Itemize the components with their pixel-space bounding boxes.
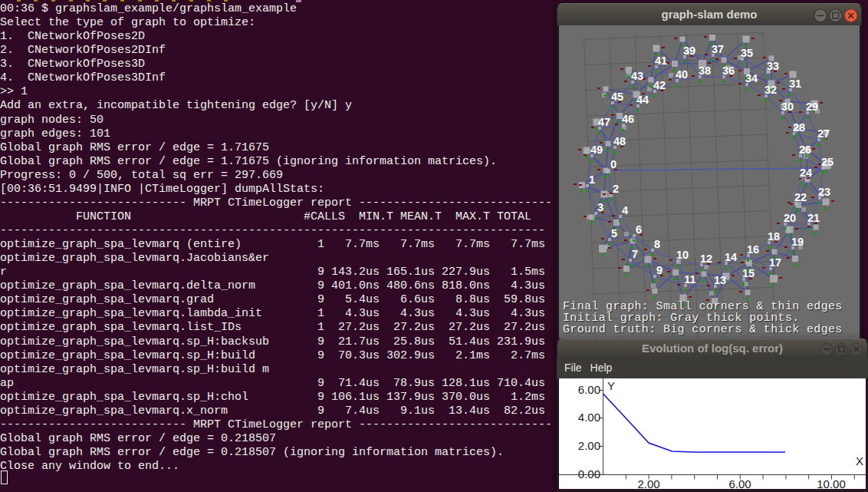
svg-text:13: 13 [714, 274, 726, 286]
svg-text:38: 38 [699, 64, 711, 77]
svg-text:10: 10 [676, 249, 689, 261]
svg-text:10.00: 10.00 [817, 477, 846, 489]
svg-text:35: 35 [741, 47, 753, 59]
svg-text:Y: Y [607, 379, 615, 392]
svg-text:39: 39 [683, 45, 695, 57]
svg-text:28: 28 [793, 121, 805, 134]
svg-text:36: 36 [722, 64, 735, 77]
svg-text:15: 15 [742, 267, 755, 279]
svg-text:4.00: 4.00 [578, 411, 600, 424]
svg-text:42: 42 [653, 79, 666, 91]
svg-text:41: 41 [655, 54, 667, 67]
svg-text:16: 16 [747, 243, 759, 256]
svg-text:1: 1 [589, 173, 595, 186]
svg-text:12: 12 [700, 253, 712, 265]
svg-text:46: 46 [622, 113, 634, 125]
svg-text:14: 14 [725, 251, 737, 263]
svg-text:0: 0 [610, 158, 616, 170]
svg-text:22: 22 [794, 191, 807, 203]
svg-text:0.00: 0.00 [578, 467, 600, 480]
svg-text:44: 44 [636, 94, 649, 106]
svg-text:6.00: 6.00 [578, 383, 600, 396]
svg-text:37: 37 [712, 43, 724, 55]
svg-text:21: 21 [807, 212, 820, 224]
svg-text:31: 31 [789, 78, 801, 90]
svg-text:4: 4 [622, 204, 628, 216]
svg-text:32: 32 [764, 84, 777, 96]
svg-text:24: 24 [800, 167, 812, 179]
svg-text:19: 19 [791, 236, 804, 248]
svg-text:34: 34 [745, 72, 758, 84]
svg-text:40: 40 [676, 68, 688, 81]
svg-text:6.00: 6.00 [728, 477, 751, 489]
svg-text:25: 25 [821, 156, 833, 168]
svg-text:17: 17 [769, 256, 781, 269]
svg-text:27: 27 [817, 127, 830, 140]
svg-text:29: 29 [806, 101, 818, 113]
svg-text:8: 8 [654, 238, 660, 250]
svg-text:20: 20 [784, 212, 796, 224]
svg-text:6: 6 [636, 223, 642, 236]
svg-text:49: 49 [590, 144, 603, 156]
svg-text:48: 48 [613, 135, 626, 147]
svg-text:30: 30 [781, 101, 794, 113]
svg-text:X: X [856, 454, 863, 467]
svg-text:9: 9 [656, 264, 663, 276]
svg-text:23: 23 [818, 186, 830, 198]
svg-text:45: 45 [611, 91, 623, 103]
svg-text:47: 47 [598, 116, 610, 128]
svg-text:2.00: 2.00 [578, 439, 600, 452]
svg-text:18: 18 [768, 230, 780, 243]
svg-text:11: 11 [684, 273, 695, 286]
svg-text:33: 33 [767, 60, 779, 72]
svg-text:2.00: 2.00 [637, 477, 659, 489]
svg-text:3: 3 [597, 201, 603, 213]
svg-text:7: 7 [632, 248, 638, 260]
svg-text:43: 43 [631, 70, 643, 82]
svg-text:26: 26 [799, 144, 811, 156]
svg-text:5: 5 [611, 227, 617, 239]
svg-text:2: 2 [613, 183, 619, 195]
